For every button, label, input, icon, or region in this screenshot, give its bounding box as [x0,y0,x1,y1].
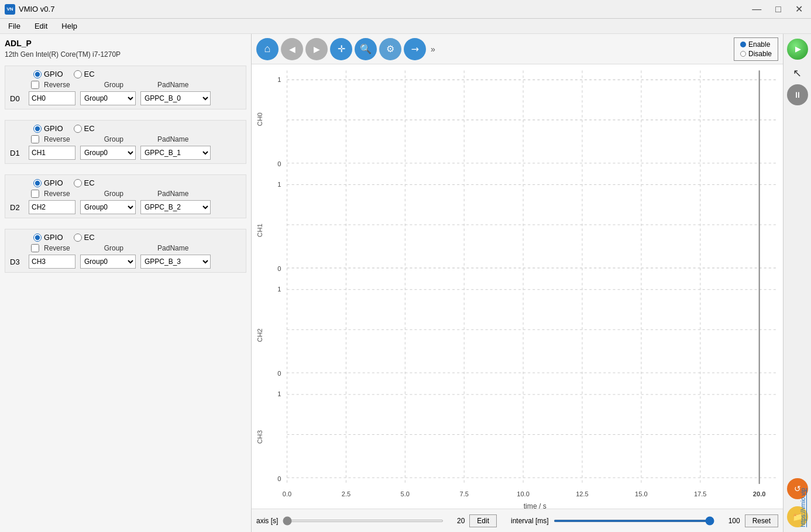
svg-text:0: 0 [277,160,281,167]
titlebar-controls: — □ ✕ [748,2,806,16]
edit-button[interactable]: Edit [469,514,497,527]
ec-radio-label-d1[interactable]: EC [74,124,95,133]
disable-dot [740,51,746,57]
group2-select[interactable]: Group0 Group1 Group2 [80,200,136,214]
gpio-radio-label-d0[interactable]: GPIO [33,70,63,78]
ec-radio-d0[interactable] [74,70,82,78]
gpio-radio-label-d2[interactable]: GPIO [33,179,63,187]
ec-label-d0: EC [84,70,95,78]
maximize-button[interactable]: □ [772,3,785,16]
enable-disable-panel: Enable Disable [734,37,778,61]
reverse-checkbox-d3[interactable] [31,244,39,252]
interval-max-val: 100 [719,517,740,525]
reverse-checkbox-d2[interactable] [31,190,39,198]
ec-radio-d3[interactable] [74,234,82,242]
ec-label-d3: EC [84,233,95,242]
svg-text:2.5: 2.5 [342,490,350,497]
svg-text:0.0: 0.0 [283,490,291,497]
group-col-label-d2: Group [104,190,123,198]
ec-radio-label-d0[interactable]: EC [74,70,95,78]
radio-row-d3: GPIO EC [10,233,241,242]
ch0-input[interactable] [29,91,75,105]
svg-text:1: 1 [277,181,281,188]
menu-help[interactable]: Help [56,20,83,32]
svg-text:7.5: 7.5 [459,490,468,497]
channel-block-d2: GPIO EC Reverse Group PadName D2 Group0 [5,174,246,218]
ch3-label: CH3 [256,430,263,444]
reverse-checkbox-d0[interactable] [31,81,39,89]
forward-button[interactable]: ▶ [305,38,328,60]
ch1-input[interactable] [29,146,75,160]
axis-max-val: 20 [448,517,465,525]
padname2-select[interactable]: GPPC_B_0 GPPC_B_1 GPPC_B_2 GPPC_B_3 [140,200,211,214]
settings-icon: ⚙ [386,43,394,54]
titlebar: VN VMIO v0.7 — □ ✕ [0,0,811,19]
export-button[interactable]: ↗ [404,38,426,60]
menu-file[interactable]: File [2,20,26,32]
d1-label: D1 [10,149,24,157]
svg-text:10.0: 10.0 [517,490,530,497]
axis-label: axis [s] [256,517,278,525]
ec-radio-label-d3[interactable]: EC [74,233,95,242]
interval-slider[interactable] [554,520,714,522]
reset-button[interactable]: Reset [745,514,778,527]
ec-radio-d2[interactable] [74,179,82,187]
disable-row: Disable [740,50,772,58]
svg-rect-0 [287,64,777,509]
back-button[interactable]: ◀ [281,38,303,60]
svg-text:15.0: 15.0 [635,490,648,497]
settings-button[interactable]: ⚙ [379,38,401,60]
padname-col-label-d0: PadName [157,81,188,89]
padname3-select[interactable]: GPPC_B_0 GPPC_B_1 GPPC_B_2 GPPC_B_3 [140,255,211,269]
pause-icon: ⏸ [793,90,802,99]
reverse-checkbox-d1[interactable] [31,135,39,143]
close-button[interactable]: ✕ [792,2,806,16]
zoom-button[interactable]: 🔍 [355,38,377,60]
home-button[interactable]: ⌂ [256,38,279,60]
gpio-label-d3: GPIO [44,233,63,242]
gpio-radio-label-d3[interactable]: GPIO [33,233,63,242]
move-button[interactable]: ✛ [330,38,352,60]
enable-row: Enable [740,40,772,49]
ch3-input[interactable] [29,255,75,269]
menu-edit[interactable]: Edit [29,20,53,32]
gpio-radio-d0[interactable] [33,70,42,78]
channel-input-row-d0: D0 Group0 Group1 Group2 GPPC_B_0 GPPC_B_… [10,91,241,105]
svg-text:0: 0 [277,370,281,377]
ch2-input[interactable] [29,200,75,214]
group-col-label-d3: Group [104,244,123,252]
radio-row-d1: GPIO EC [10,124,241,133]
menubar: File Edit Help [0,19,811,34]
start-button[interactable]: ▶ [787,39,808,60]
more-button[interactable]: » [428,42,438,56]
padname0-select[interactable]: GPPC_B_0 GPPC_B_1 GPPC_B_2 GPPC_B_3 [140,91,211,105]
group-col-label-d1: Group [104,135,123,143]
axis-slider[interactable] [283,520,444,522]
field-headers-d0: Reverse Group PadName [10,81,241,89]
gpio-radio-d2[interactable] [33,179,42,187]
channel-block-d0: GPIO EC Reverse Group PadName D0 Group0 [5,66,246,109]
group3-select[interactable]: Group0 Group1 Group2 [80,255,136,269]
minimize-button[interactable]: — [748,3,765,16]
interval-label: interval [ms] [511,517,549,525]
reverse-col-label-d2: Reverse [44,190,70,198]
ec-label-d1: EC [84,124,95,133]
padname1-select[interactable]: GPPC_B_0 GPPC_B_1 GPPC_B_2 GPPC_B_3 [140,146,211,160]
back-icon: ◀ [289,44,295,54]
group0-select[interactable]: Group0 Group1 Group2 [80,91,136,105]
pause-button[interactable]: ⏸ [787,84,808,105]
x-axis-label: time / s [524,502,547,509]
group1-select[interactable]: Group0 Group1 Group2 [80,146,136,160]
titlebar-left: VN VMIO v0.7 [5,4,54,15]
d2-label: D2 [10,203,24,212]
gpio-radio-label-d1[interactable]: GPIO [33,124,63,133]
vmio-link[interactable]: https://vmio.vip [800,488,806,527]
radio-row-d2: GPIO EC [10,179,241,187]
gpio-radio-d1[interactable] [33,125,42,133]
disable-label: Disable [748,50,772,58]
svg-text:5.0: 5.0 [401,490,410,497]
ec-radio-d1[interactable] [74,125,82,133]
ec-radio-label-d2[interactable]: EC [74,179,95,187]
gpio-radio-d3[interactable] [33,234,42,242]
left-panel: ADL_P 12th Gen Intel(R) Core(TM) i7-1270… [0,34,252,532]
